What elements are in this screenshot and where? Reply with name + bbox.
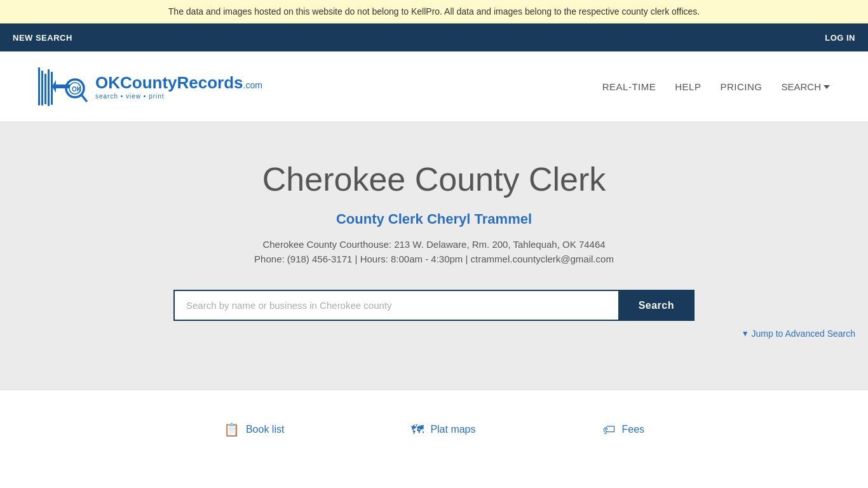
chevron-down-icon (824, 85, 830, 89)
svg-rect-0 (38, 67, 40, 105)
logo-area: OK OKCountyRecords.com search • view • p… (38, 64, 262, 109)
search-button[interactable]: Search (618, 290, 695, 321)
logo-tagline: search • view • print (95, 93, 262, 100)
svg-rect-1 (41, 71, 43, 105)
page-title: Cherokee County Clerk (262, 160, 606, 198)
login-link[interactable]: LOG IN (825, 33, 855, 43)
logo-brand-text: OKCountyRecords (95, 73, 243, 93)
top-nav: NEW SEARCH LOG IN (0, 24, 868, 51)
advanced-arrow-icon: ▼ (742, 329, 749, 338)
contact-info: Phone: (918) 456-3171 | Hours: 8:00am - … (254, 254, 614, 264)
fees-label: Fees (622, 424, 645, 435)
nav-realtime[interactable]: REAL-TIME (602, 81, 656, 92)
search-bar: Search (173, 290, 695, 321)
book-list-link[interactable]: 📋 Book list (224, 422, 284, 437)
plat-maps-link[interactable]: 🗺 Plat maps (411, 423, 475, 437)
svg-line-8 (81, 95, 86, 101)
book-list-label: Book list (246, 424, 284, 435)
book-list-icon: 📋 (224, 422, 240, 437)
nav-help[interactable]: HELP (675, 81, 701, 92)
county-clerk-name: County Clerk Cheryl Trammel (336, 211, 532, 227)
site-header: OK OKCountyRecords.com search • view • p… (0, 51, 868, 122)
plat-maps-icon: 🗺 (411, 423, 424, 437)
main-nav: REAL-TIME HELP PRICING SEARCH (602, 81, 830, 92)
svg-text:OK: OK (72, 86, 82, 93)
plat-maps-label: Plat maps (430, 424, 475, 435)
banner-text: The data and images hosted on this websi… (168, 6, 700, 17)
fees-icon: 🏷 (603, 423, 616, 437)
logo-text: OKCountyRecords.com search • view • prin… (95, 73, 262, 100)
svg-rect-3 (48, 69, 50, 106)
hero-section: Cherokee County Clerk County Clerk Chery… (0, 122, 868, 390)
new-search-link[interactable]: NEW SEARCH (13, 33, 72, 43)
nav-pricing[interactable]: PRICING (720, 81, 762, 92)
svg-rect-2 (44, 74, 46, 104)
search-input[interactable] (173, 290, 618, 321)
footer-links-section: 📋 Book list 🗺 Plat maps 🏷 Fees (0, 390, 868, 469)
jump-to-advanced-search[interactable]: Jump to Advanced Search (752, 329, 855, 339)
courthouse-address: Cherokee County Courthouse: 213 W. Delaw… (262, 239, 605, 250)
logo-com-text: .com (243, 80, 262, 90)
fees-link[interactable]: 🏷 Fees (603, 423, 645, 437)
svg-rect-4 (51, 72, 53, 105)
disclaimer-banner: The data and images hosted on this websi… (0, 0, 868, 24)
nav-search-dropdown[interactable]: SEARCH (781, 81, 830, 92)
advanced-search-link: ▼ Jump to Advanced Search (742, 329, 855, 339)
logo-icon: OK (38, 64, 89, 109)
